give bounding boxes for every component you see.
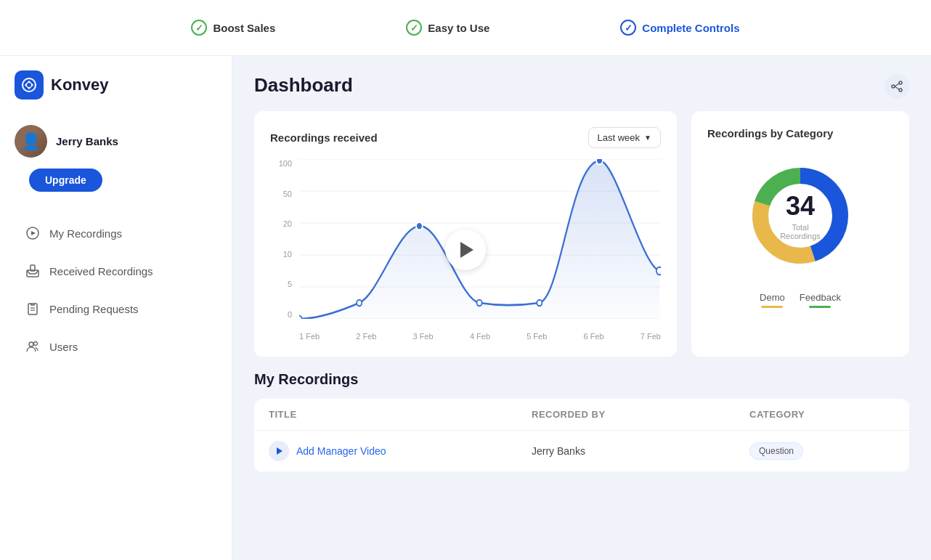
y-label-50: 50 — [270, 190, 296, 198]
svg-point-29 — [656, 267, 661, 275]
sidebar-item-my-recordings[interactable]: My Recordings — [7, 215, 224, 251]
clipboard-icon — [25, 301, 41, 317]
complete-check-icon: ✓ — [620, 20, 636, 36]
play-circle-icon — [25, 225, 41, 241]
y-label-0: 0 — [270, 310, 296, 319]
dashboard-grid: Recordings received Last week ▼ 0 5 10 2… — [254, 111, 909, 357]
svg-point-25 — [416, 222, 423, 230]
legend-feedback: Feedback — [800, 292, 841, 308]
y-label-5: 5 — [270, 280, 296, 288]
my-recordings-section: My Recordings Title Recorded by Category… — [254, 371, 909, 472]
donut-center: 34 Total Recordings — [771, 191, 829, 240]
avatar — [15, 125, 47, 158]
svg-line-16 — [895, 86, 899, 89]
chevron-down-icon: ▼ — [644, 134, 651, 142]
donut-title: Recordings by Category — [707, 127, 833, 139]
users-label: Users — [49, 341, 78, 353]
received-recordings-label: Received Recordings — [49, 265, 153, 277]
col-header-category: Category — [749, 409, 895, 420]
row-play-button[interactable] — [269, 441, 289, 461]
recordings-table: Title Recorded by Category Add Manager V… — [254, 399, 909, 472]
x-label-5feb: 5 Feb — [527, 332, 547, 341]
y-label-10: 10 — [270, 250, 296, 259]
sidebar-item-pending-requests[interactable]: Pending Requests — [7, 291, 224, 327]
inbox-icon — [25, 263, 41, 279]
y-label-20: 20 — [270, 219, 296, 228]
sidebar-item-users[interactable]: Users — [7, 328, 224, 365]
main-layout: Konvey Jerry Banks Upgrade My Recordings — [0, 56, 931, 560]
svg-point-2 — [27, 83, 31, 87]
table-header-row: Title Recorded by Category — [254, 399, 909, 431]
main-content: Dashboard Recordings received Last week … — [232, 56, 931, 560]
boost-check-icon: ✓ — [191, 20, 207, 36]
sidebar: Konvey Jerry Banks Upgrade My Recordings — [0, 56, 232, 560]
chart-card: Recordings received Last week ▼ 0 5 10 2… — [254, 111, 677, 357]
share-icon-button[interactable] — [885, 74, 909, 99]
col-header-recorded-by: Recorded by — [532, 409, 749, 420]
x-label-6feb: 6 Feb — [583, 332, 603, 341]
row-category: Question — [749, 442, 895, 460]
top-bar: ✓ Boost Sales ✓ Easy to Use ✓ Complete C… — [0, 0, 931, 56]
x-axis-labels: 1 Feb 2 Feb 3 Feb 4 Feb 5 Feb 6 Feb 7 Fe… — [299, 332, 661, 341]
easy-to-use-item: ✓ Easy to Use — [406, 20, 489, 36]
svg-point-11 — [34, 342, 38, 346]
svg-point-13 — [899, 89, 902, 92]
row-title-text[interactable]: Add Manager Video — [296, 445, 386, 457]
x-label-7feb: 7 Feb — [641, 332, 661, 341]
x-label-2feb: 2 Feb — [356, 332, 376, 341]
x-label-3feb: 3 Feb — [413, 332, 434, 341]
svg-point-27 — [537, 300, 542, 306]
top-right-area — [885, 74, 909, 99]
logo-area: Konvey — [0, 70, 232, 114]
svg-point-23 — [299, 316, 302, 319]
legend-feedback-line — [809, 306, 831, 308]
users-icon — [25, 338, 41, 354]
boost-sales-item: ✓ Boost Sales — [191, 20, 275, 36]
my-recordings-title: My Recordings — [254, 371, 909, 388]
y-label-100: 100 — [270, 159, 296, 168]
svg-line-15 — [895, 84, 899, 86]
col-header-title: Title — [269, 409, 532, 420]
legend-demo-label: Demo — [760, 292, 785, 303]
svg-point-28 — [596, 159, 603, 164]
play-overlay-button[interactable] — [445, 230, 486, 270]
complete-controls-label: Complete Controls — [642, 22, 739, 34]
my-recordings-label: My Recordings — [49, 227, 122, 240]
legend-demo-line — [761, 306, 783, 308]
category-badge: Question — [749, 442, 803, 460]
chart-header: Recordings received Last week ▼ — [270, 127, 661, 148]
complete-controls-item: ✓ Complete Controls — [620, 20, 739, 36]
row-title-cell: Add Manager Video — [269, 441, 532, 461]
page-title: Dashboard — [254, 74, 909, 97]
svg-point-12 — [899, 81, 902, 84]
user-area: Jerry Banks — [0, 114, 232, 169]
svg-point-26 — [477, 300, 482, 306]
upgrade-button[interactable]: Upgrade — [29, 169, 102, 192]
boost-sales-label: Boost Sales — [213, 22, 275, 34]
play-icon — [460, 242, 473, 258]
sidebar-item-received-recordings[interactable]: Received Recordings — [7, 253, 224, 289]
legend-feedback-label: Feedback — [800, 292, 841, 303]
donut-container: 34 Total Recordings — [742, 158, 858, 274]
table-row: Add Manager Video Jerry Banks Question — [254, 431, 909, 472]
svg-point-14 — [892, 85, 895, 88]
row-author: Jerry Banks — [532, 445, 749, 457]
donut-sub-label: Total Recordings — [771, 223, 829, 240]
time-period-dropdown[interactable]: Last week ▼ — [588, 127, 661, 148]
donut-card: Recordings by Category — [691, 111, 909, 357]
easy-check-icon: ✓ — [406, 20, 422, 36]
chart-title: Recordings received — [270, 131, 378, 144]
pending-requests-label: Pending Requests — [49, 303, 139, 315]
dropdown-label: Last week — [598, 132, 641, 143]
row-play-icon — [277, 447, 282, 455]
x-label-1feb: 1 Feb — [299, 332, 320, 341]
y-axis-labels: 0 5 10 20 50 100 — [270, 159, 296, 319]
svg-marker-4 — [31, 231, 36, 235]
svg-point-24 — [357, 300, 362, 306]
user-name: Jerry Banks — [56, 135, 118, 147]
logo-text: Konvey — [51, 76, 108, 94]
svg-point-10 — [29, 342, 33, 346]
donut-total: 34 — [771, 191, 829, 222]
chart-area: 0 5 10 20 50 100 — [270, 159, 661, 341]
easy-to-use-label: Easy to Use — [428, 22, 489, 34]
